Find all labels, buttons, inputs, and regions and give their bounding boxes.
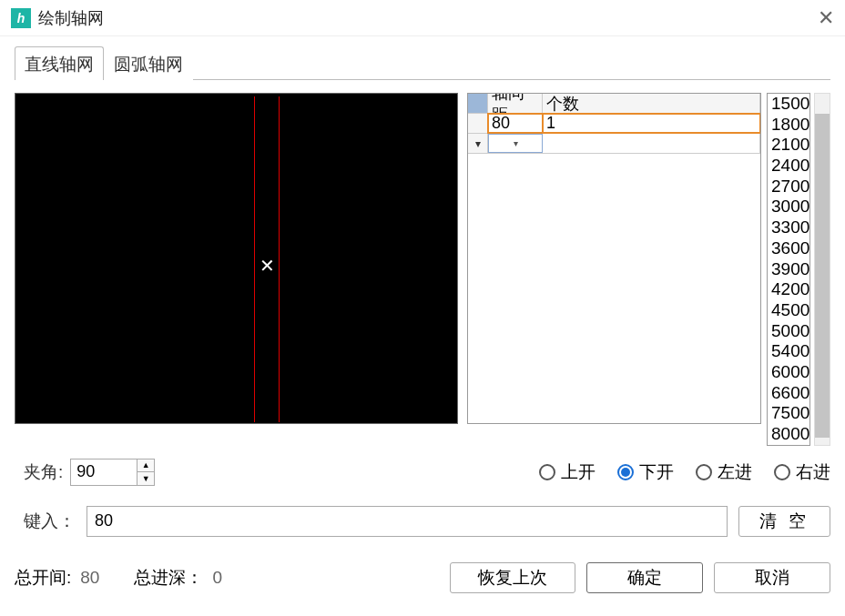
preset-list[interactable]: 1500 1800 2100 2400 2700 3000 3300 3600 … [767, 93, 810, 446]
radio-label: 上开 [561, 460, 596, 484]
list-item[interactable]: 3000 [768, 197, 809, 217]
radio-icon [539, 464, 555, 480]
cell-count[interactable]: 1 [543, 114, 760, 133]
radio-label: 左进 [718, 460, 752, 484]
list-item[interactable]: 3600 [768, 238, 809, 259]
total-depth-value: 0 [212, 568, 222, 588]
cancel-button[interactable]: 取消 [714, 562, 830, 593]
ok-button[interactable]: 确定 [586, 562, 703, 593]
total-span-label: 总开间: [15, 566, 71, 590]
row-selector-header[interactable] [468, 94, 488, 113]
close-icon[interactable]: ✕ [818, 6, 834, 30]
radio-label: 右进 [796, 460, 830, 484]
total-depth-stat: 总进深： 0 [134, 566, 222, 590]
radio-right[interactable]: 右进 [774, 460, 830, 484]
table-row[interactable]: 80 1 [468, 114, 760, 134]
list-item[interactable]: 4200 [768, 279, 809, 300]
cell-spacing[interactable]: 80 [488, 114, 543, 133]
app-icon: h [11, 8, 31, 28]
keyin-input[interactable] [87, 506, 728, 537]
radio-up[interactable]: 上开 [539, 460, 596, 484]
list-item[interactable]: 2700 [768, 177, 809, 197]
preset-scrollbar[interactable] [814, 93, 830, 446]
chevron-down-icon[interactable] [489, 135, 542, 152]
list-item[interactable]: 3300 [768, 217, 809, 238]
total-depth-label: 总进深： [134, 566, 203, 590]
list-item[interactable]: 1800 [768, 115, 809, 136]
preview-origin-mark: ✕ [259, 258, 275, 274]
list-item[interactable]: 6000 [768, 362, 809, 383]
spinner-up-icon[interactable]: ▲ [137, 459, 154, 472]
list-item[interactable]: 6600 [768, 383, 809, 404]
cell-count-empty[interactable] [543, 134, 760, 153]
radio-icon [617, 464, 634, 480]
spacing-dropdown[interactable] [488, 134, 543, 153]
table-new-row[interactable] [468, 134, 760, 154]
clear-button[interactable]: 清 空 [738, 506, 830, 537]
header-count: 个数 [543, 94, 760, 113]
restore-button[interactable]: 恢复上次 [450, 562, 575, 593]
radio-icon [696, 464, 712, 480]
list-item[interactable]: 2100 [768, 135, 809, 156]
preview-axis-line [254, 96, 255, 422]
spacing-table[interactable]: 轴间距 个数 80 1 [467, 93, 761, 424]
angle-spinner[interactable]: ▲ ▼ [70, 459, 155, 486]
tab-arc[interactable]: 圆弧轴网 [104, 46, 193, 80]
preview-axis-line [279, 96, 280, 422]
list-item[interactable]: 4500 [768, 300, 809, 321]
scrollbar-thumb[interactable] [815, 114, 830, 438]
spinner-down-icon[interactable]: ▼ [137, 472, 154, 485]
list-item[interactable]: 2400 [768, 156, 809, 177]
direction-radios: 上开 下开 左进 右进 [539, 460, 830, 484]
list-item[interactable]: 5400 [768, 341, 809, 362]
tab-bar: 直线轴网 圆弧轴网 [15, 45, 830, 80]
row-selector[interactable] [468, 114, 488, 133]
keyin-label: 键入： [24, 510, 76, 533]
list-item[interactable]: 8000 [768, 424, 809, 445]
angle-input[interactable] [71, 459, 137, 485]
tab-linear[interactable]: 直线轴网 [15, 46, 104, 80]
current-row-indicator-icon [468, 134, 488, 153]
list-item[interactable]: 7500 [768, 403, 809, 424]
radio-icon [774, 464, 790, 480]
table-header: 轴间距 个数 [468, 94, 760, 114]
angle-label: 夹角: [24, 460, 63, 484]
radio-left[interactable]: 左进 [696, 460, 752, 484]
titlebar: h 绘制轴网 ✕ [0, 0, 845, 36]
total-span-stat: 总开间: 80 [15, 566, 99, 590]
radio-label: 下开 [639, 460, 674, 484]
total-span-value: 80 [80, 568, 99, 588]
header-spacing: 轴间距 [488, 94, 543, 113]
axis-preview: ✕ [15, 93, 458, 424]
list-item[interactable]: 3900 [768, 259, 809, 280]
list-item[interactable]: 1500 [768, 94, 809, 115]
window-title: 绘制轴网 [38, 7, 104, 29]
radio-down[interactable]: 下开 [617, 460, 674, 484]
list-item[interactable]: 5000 [768, 321, 809, 342]
